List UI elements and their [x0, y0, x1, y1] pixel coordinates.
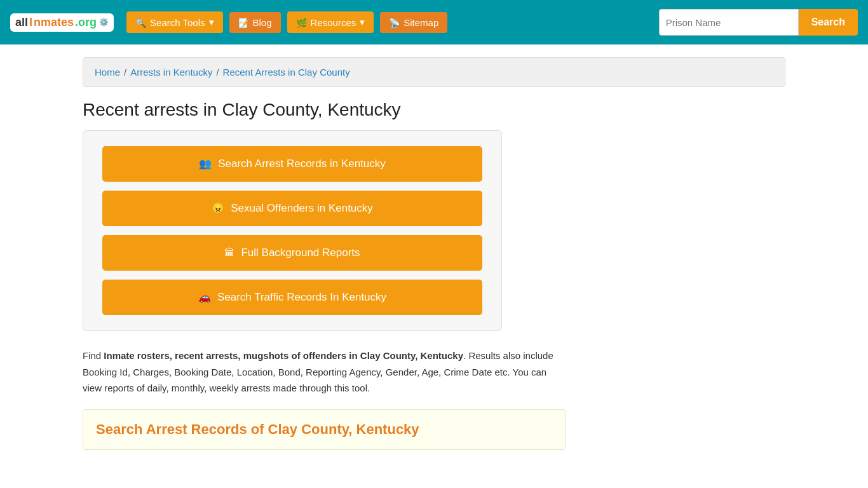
logo-box: all I nmates .org ⚙️ — [10, 13, 114, 32]
search-section-title: Search Arrest Records of Clay County, Ke… — [96, 421, 552, 438]
blog-button[interactable]: Blog — [229, 12, 281, 33]
dropdown-arrow-resources: ▾ — [360, 17, 365, 28]
car-icon — [198, 291, 211, 304]
arrest-records-label: Search Arrest Records in Kentucky — [218, 158, 386, 170]
logo-icon: ⚙️ — [99, 18, 109, 27]
arrest-records-button[interactable]: Search Arrest Records in Kentucky — [102, 146, 482, 182]
search-tools-button[interactable]: Search Tools ▾ — [126, 11, 222, 33]
background-reports-label: Full Background Reports — [241, 247, 360, 259]
background-reports-button[interactable]: Full Background Reports — [102, 235, 482, 271]
search-icon — [135, 17, 146, 28]
header-search-area: Search — [659, 9, 858, 36]
breadcrumb-container: Home / Arrests in Kentucky / Recent Arre… — [83, 57, 785, 87]
breadcrumb-sep-2: / — [216, 67, 219, 78]
action-buttons-card: Search Arrest Records in Kentucky Sexual… — [83, 130, 502, 331]
prison-search-button[interactable]: Search — [799, 9, 858, 36]
resources-button[interactable]: Resources ▾ — [287, 11, 374, 33]
building-icon — [224, 247, 234, 259]
resources-label: Resources — [311, 17, 356, 28]
logo-inmates: nmates — [34, 16, 74, 29]
logo-all: all — [15, 16, 28, 29]
main-content: Recent arrests in Clay County, Kentucky … — [83, 100, 785, 450]
page-title: Recent arrests in Clay County, Kentucky — [83, 100, 785, 120]
breadcrumb-home[interactable]: Home — [95, 67, 120, 78]
breadcrumb-current: Recent Arrests in Clay County — [223, 67, 350, 78]
traffic-records-button[interactable]: Search Traffic Records In Kentucky — [102, 280, 482, 315]
search-section: Search Arrest Records of Clay County, Ke… — [83, 409, 566, 450]
prison-search-input[interactable] — [659, 9, 799, 36]
blog-label: Blog — [253, 17, 272, 28]
description: Find Inmate rosters, recent arrests, mug… — [83, 348, 559, 396]
sitemap-button[interactable]: Sitemap — [380, 12, 447, 33]
traffic-records-label: Search Traffic Records In Kentucky — [217, 291, 386, 304]
desc-prefix: Find — [83, 350, 104, 361]
sitemap-label: Sitemap — [403, 17, 438, 28]
breadcrumb: Home / Arrests in Kentucky / Recent Arre… — [95, 67, 773, 78]
dropdown-arrow: ▾ — [209, 17, 214, 28]
header: all I nmates .org ⚙️ Search Tools ▾ Blog… — [0, 0, 868, 44]
logo-area[interactable]: all I nmates .org ⚙️ — [10, 13, 114, 32]
search-tools-label: Search Tools — [150, 17, 205, 28]
people-icon — [199, 158, 212, 170]
resources-icon — [296, 17, 307, 28]
offender-icon — [212, 202, 224, 215]
logo-i: I — [29, 16, 32, 29]
blog-icon — [238, 17, 249, 28]
logo-org: .org — [75, 16, 97, 29]
sexual-offenders-button[interactable]: Sexual Offenders in Kentucky — [102, 191, 482, 226]
breadcrumb-sep-1: / — [124, 67, 126, 78]
sitemap-icon — [389, 17, 400, 28]
desc-bold: Inmate rosters, recent arrests, mugshots… — [104, 350, 463, 361]
breadcrumb-arrests-kentucky[interactable]: Arrests in Kentucky — [130, 67, 212, 78]
search-button-label: Search — [811, 17, 845, 27]
sexual-offenders-label: Sexual Offenders in Kentucky — [231, 202, 373, 215]
